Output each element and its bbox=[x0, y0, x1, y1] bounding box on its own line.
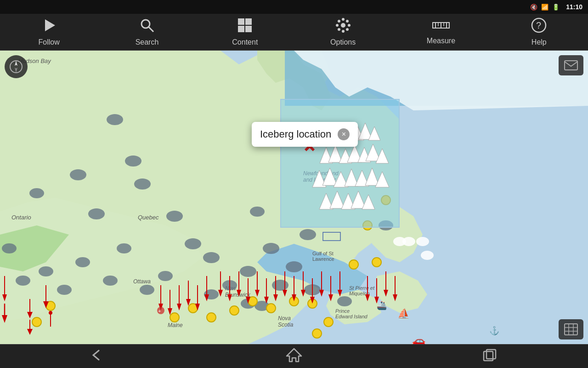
svg-marker-52 bbox=[362, 195, 375, 209]
home-button[interactable] bbox=[272, 344, 316, 368]
email-button[interactable] bbox=[559, 55, 583, 75]
battery-icon: 🔋 bbox=[552, 4, 560, 11]
svg-marker-33 bbox=[368, 126, 380, 140]
svg-point-7 bbox=[341, 23, 345, 28]
svg-marker-49 bbox=[330, 191, 345, 208]
svg-marker-173 bbox=[15, 61, 17, 66]
svg-line-2 bbox=[149, 27, 153, 32]
svg-rect-6 bbox=[245, 26, 252, 32]
wifi-icon: 📶 bbox=[541, 4, 548, 11]
search-icon bbox=[139, 17, 155, 36]
svg-marker-0 bbox=[45, 19, 55, 31]
recent-apps-button[interactable] bbox=[468, 344, 512, 368]
svg-point-12 bbox=[338, 20, 340, 23]
measure-button[interactable]: Measure bbox=[411, 16, 471, 48]
svg-rect-175 bbox=[565, 61, 577, 70]
svg-point-1 bbox=[141, 20, 150, 28]
options-button[interactable]: Options bbox=[313, 16, 373, 48]
help-button[interactable]: ? Help bbox=[509, 16, 569, 48]
follow-label: Follow bbox=[39, 38, 60, 46]
popup-title: Iceberg location bbox=[260, 128, 331, 140]
search-label: Search bbox=[136, 38, 159, 46]
svg-rect-176 bbox=[565, 324, 577, 335]
svg-point-13 bbox=[346, 28, 349, 31]
popup-close-button[interactable]: × bbox=[338, 128, 350, 140]
content-icon bbox=[237, 17, 253, 36]
bottom-nav bbox=[0, 344, 588, 368]
measure-icon bbox=[432, 19, 450, 35]
svg-marker-42 bbox=[322, 168, 337, 185]
map-container[interactable]: Hudson Bay Ontario Quebec Newfoundlandan… bbox=[0, 51, 588, 344]
svg-point-14 bbox=[346, 20, 349, 23]
follow-icon bbox=[41, 17, 57, 36]
svg-rect-5 bbox=[238, 26, 244, 32]
measure-label: Measure bbox=[427, 37, 455, 45]
svg-marker-47 bbox=[375, 172, 389, 187]
svg-point-8 bbox=[342, 18, 345, 21]
svg-rect-4 bbox=[245, 18, 252, 25]
options-label: Options bbox=[330, 38, 356, 46]
content-button[interactable]: Content bbox=[215, 16, 275, 48]
svg-point-15 bbox=[338, 28, 340, 31]
muted-icon: 🔇 bbox=[530, 4, 537, 11]
svg-marker-181 bbox=[287, 349, 301, 362]
iceberg-popup: Iceberg location × bbox=[252, 122, 358, 147]
help-icon: ? bbox=[531, 17, 547, 36]
compass-button[interactable] bbox=[5, 55, 28, 78]
options-icon bbox=[335, 17, 351, 36]
status-time: 11:10 bbox=[566, 3, 582, 11]
status-bar: 🔇 📶 🔋 11:10 bbox=[0, 0, 588, 14]
iceberg-triangles: ✕ bbox=[280, 99, 409, 232]
content-label: Content bbox=[232, 38, 258, 46]
svg-point-10 bbox=[336, 24, 339, 27]
svg-point-11 bbox=[348, 24, 351, 27]
svg-marker-35 bbox=[328, 145, 342, 162]
svg-point-9 bbox=[342, 30, 345, 33]
search-button[interactable]: Search bbox=[117, 16, 177, 48]
svg-text:?: ? bbox=[536, 20, 541, 30]
toolbar: Follow Search Content bbox=[0, 14, 588, 51]
svg-rect-3 bbox=[238, 18, 244, 25]
screenshot-button[interactable] bbox=[559, 319, 583, 339]
svg-marker-46 bbox=[365, 168, 379, 185]
help-label: Help bbox=[531, 38, 547, 46]
svg-marker-174 bbox=[15, 68, 17, 73]
follow-button[interactable]: Follow bbox=[19, 16, 79, 48]
back-button[interactable] bbox=[76, 345, 120, 368]
